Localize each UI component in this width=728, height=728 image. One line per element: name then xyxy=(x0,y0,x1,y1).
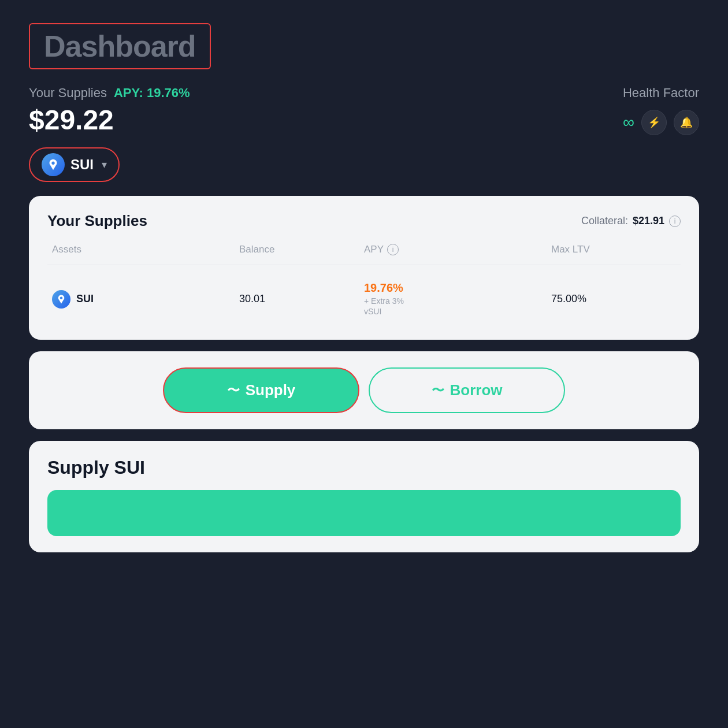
supplies-label: Your Supplies xyxy=(29,86,107,101)
collateral-label: Collateral: xyxy=(581,215,628,227)
bolt-icon-circle[interactable]: ⚡ xyxy=(641,110,667,135)
borrow-button-label: Borrow xyxy=(450,381,503,399)
infinity-icon: ∞ xyxy=(623,113,634,132)
bell-icon: 🔔 xyxy=(680,116,693,129)
bell-icon-circle[interactable]: 🔔 xyxy=(674,110,699,135)
apy-main-value: 19.76% xyxy=(364,281,551,295)
collateral-value: $21.91 xyxy=(633,215,664,227)
header-section: Dashboard Your Supplies APY: 19.76% $29.… xyxy=(29,23,699,182)
col-max-ltv: Max LTV xyxy=(551,244,676,255)
screen: Dashboard Your Supplies APY: 19.76% $29.… xyxy=(0,0,728,728)
supply-button[interactable]: 〜 Supply xyxy=(163,367,359,413)
supplies-section: Your Supplies APY: 19.76% $29.22 SUI ▾ xyxy=(29,86,190,182)
col-balance: Balance xyxy=(239,244,364,255)
borrow-button-icon: 〜 xyxy=(432,382,444,399)
collateral-info: Collateral: $21.91 i xyxy=(581,215,681,227)
supply-sui-title: Supply SUI xyxy=(47,457,681,478)
health-factor-section: Health Factor ∞ ⚡ 🔔 xyxy=(623,86,699,135)
dashboard-title-box: Dashboard xyxy=(29,23,211,69)
buttons-card: 〜 Supply 〜 Borrow xyxy=(29,351,699,429)
bolt-icon: ⚡ xyxy=(648,116,660,129)
chevron-down-icon: ▾ xyxy=(102,158,107,171)
card-header: Your Supplies Collateral: $21.91 i xyxy=(47,212,681,230)
sui-token-icon xyxy=(42,153,65,176)
supply-sui-section: Supply SUI xyxy=(29,441,699,552)
supply-amount: $29.22 xyxy=(29,104,190,136)
supply-button-label: Supply xyxy=(246,381,296,399)
apy-cell: 19.76% + Extra 3%vSUI xyxy=(364,281,551,317)
dashboard-title: Dashboard xyxy=(44,29,196,64)
apy-badge: APY: 19.76% xyxy=(114,86,190,101)
balance-cell: 30.01 xyxy=(239,293,364,305)
card-title: Your Supplies xyxy=(47,212,147,230)
top-stats: Your Supplies APY: 19.76% $29.22 SUI ▾ H… xyxy=(29,86,699,182)
ltv-cell: 75.00% xyxy=(551,293,676,305)
health-icons-row: ∞ ⚡ 🔔 xyxy=(623,110,699,135)
supplies-label-row: Your Supplies APY: 19.76% xyxy=(29,86,190,101)
table-row: SUI 30.01 19.76% + Extra 3%vSUI 75.00% xyxy=(47,274,681,324)
col-assets: Assets xyxy=(52,244,239,255)
asset-name: SUI xyxy=(76,293,94,305)
supply-button-icon: 〜 xyxy=(227,382,240,399)
token-selector[interactable]: SUI ▾ xyxy=(29,147,120,182)
supply-input-area[interactable] xyxy=(47,490,681,536)
table-header: Assets Balance APY i Max LTV xyxy=(47,244,681,265)
apy-extra-value: + Extra 3%vSUI xyxy=(364,296,551,317)
borrow-button[interactable]: 〜 Borrow xyxy=(369,367,565,413)
apy-info-icon[interactable]: i xyxy=(387,244,399,255)
token-name-label: SUI xyxy=(70,157,94,173)
col-apy: APY i xyxy=(364,244,551,255)
asset-cell: SUI xyxy=(52,290,239,309)
collateral-info-icon[interactable]: i xyxy=(669,216,681,227)
health-factor-label: Health Factor xyxy=(623,86,699,101)
supplies-card: Your Supplies Collateral: $21.91 i Asset… xyxy=(29,196,699,340)
sui-asset-icon xyxy=(52,290,70,309)
